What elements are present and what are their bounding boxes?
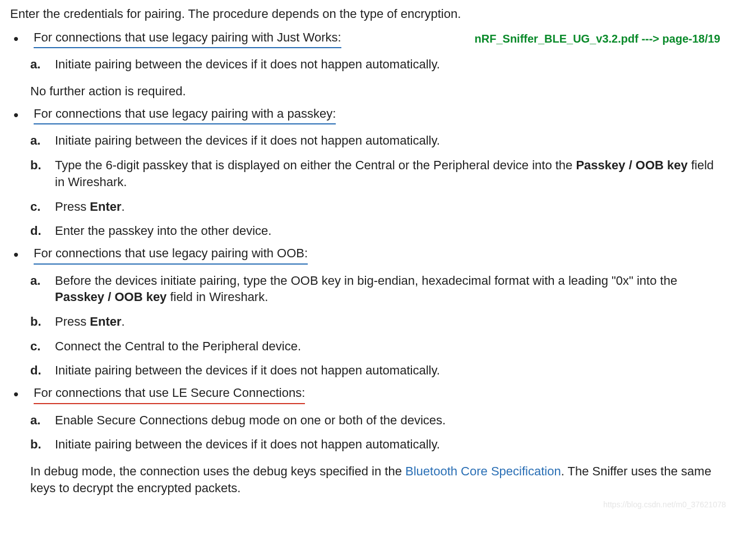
section-heading: For connections that use legacy pairing … xyxy=(34,105,336,125)
list-label: b. xyxy=(30,157,55,174)
section-heading: For connections that use legacy pairing … xyxy=(34,29,341,49)
section-tail: No further action is required. xyxy=(30,83,726,100)
list-text: Initiate pairing between the devices if … xyxy=(55,436,726,453)
section-tail: In debug mode, the connection uses the d… xyxy=(30,463,726,496)
section-0-body: a. Initiate pairing between the devices … xyxy=(30,56,726,99)
section-1-body: a. Initiate pairing between the devices … xyxy=(30,132,726,239)
bullet-icon xyxy=(10,29,34,48)
list-text: Initiate pairing between the devices if … xyxy=(55,132,726,149)
list-item: d. Initiate pairing between the devices … xyxy=(30,362,726,379)
section-2-row: For connections that use legacy pairing … xyxy=(10,245,726,265)
section-heading: For connections that use legacy pairing … xyxy=(34,245,308,265)
list-label: a. xyxy=(30,412,55,429)
text-post: . xyxy=(122,200,125,214)
list-label: a. xyxy=(30,132,55,149)
list-text: Before the devices initiate pairing, typ… xyxy=(55,272,726,306)
list-text: Enter the passkey into the other device. xyxy=(55,223,726,239)
list-label: a. xyxy=(30,272,55,289)
text-bold: Passkey / OOB key xyxy=(576,158,687,172)
bullet-icon xyxy=(10,105,34,124)
list-item: b. Initiate pairing between the devices … xyxy=(30,436,726,453)
section-2-body: a. Before the devices initiate pairing, … xyxy=(30,272,726,379)
list-text: Enable Secure Connections debug mode on … xyxy=(55,412,726,429)
list-label: a. xyxy=(30,56,55,73)
list-text: Initiate pairing between the devices if … xyxy=(55,56,726,73)
list-text: Type the 6-digit passkey that is display… xyxy=(55,157,726,190)
text-pre: Before the devices initiate pairing, typ… xyxy=(55,274,677,288)
list-label: b. xyxy=(30,436,55,453)
text-pre: Press xyxy=(55,200,90,214)
list-item: a. Enable Secure Connections debug mode … xyxy=(30,412,726,429)
list-label: b. xyxy=(30,313,55,330)
list-label: c. xyxy=(30,198,55,215)
section-0-row: For connections that use legacy pairing … xyxy=(10,29,726,49)
list-item: d. Enter the passkey into the other devi… xyxy=(30,223,726,239)
list-item: c. Press Enter. xyxy=(30,198,726,215)
bluetooth-spec-link[interactable]: Bluetooth Core Specification xyxy=(405,464,561,478)
list-label: c. xyxy=(30,338,55,355)
bullet-icon xyxy=(10,385,34,404)
list-text: Connect the Central to the Peripheral de… xyxy=(55,338,726,355)
text-bold: Enter xyxy=(90,200,121,214)
section-3-row: For connections that use LE Secure Conne… xyxy=(10,385,726,404)
list-text: Press Enter. xyxy=(55,198,726,215)
list-label: d. xyxy=(30,223,55,239)
text-post: . xyxy=(122,314,125,328)
list-item: b. Press Enter. xyxy=(30,313,726,330)
list-label: d. xyxy=(30,362,55,379)
text-post: field in Wireshark. xyxy=(166,290,268,304)
list-text: Press Enter. xyxy=(55,313,726,330)
bullet-icon xyxy=(10,245,34,264)
text-bold: Enter xyxy=(90,314,121,328)
source-annotation: nRF_Sniffer_BLE_UG_v3.2.pdf ---> page-18… xyxy=(475,29,726,47)
list-item: a. Initiate pairing between the devices … xyxy=(30,56,726,73)
list-text: Initiate pairing between the devices if … xyxy=(55,362,726,379)
text-bold: Passkey / OOB key xyxy=(55,290,166,304)
watermark: https://blog.csdn.net/m0_37621078 xyxy=(10,499,726,510)
text-pre: Press xyxy=(55,314,90,328)
section-1-row: For connections that use legacy pairing … xyxy=(10,105,726,125)
list-item: c. Connect the Central to the Peripheral… xyxy=(30,338,726,355)
list-item: a. Before the devices initiate pairing, … xyxy=(30,272,726,306)
intro-text: Enter the credentials for pairing. The p… xyxy=(10,6,726,22)
text-pre: Type the 6-digit passkey that is display… xyxy=(55,158,576,172)
section-heading: For connections that use LE Secure Conne… xyxy=(34,385,305,404)
list-item: b. Type the 6-digit passkey that is disp… xyxy=(30,157,726,190)
tail-pre: In debug mode, the connection uses the d… xyxy=(30,464,405,478)
section-3-body: a. Enable Secure Connections debug mode … xyxy=(30,412,726,497)
list-item: a. Initiate pairing between the devices … xyxy=(30,132,726,149)
